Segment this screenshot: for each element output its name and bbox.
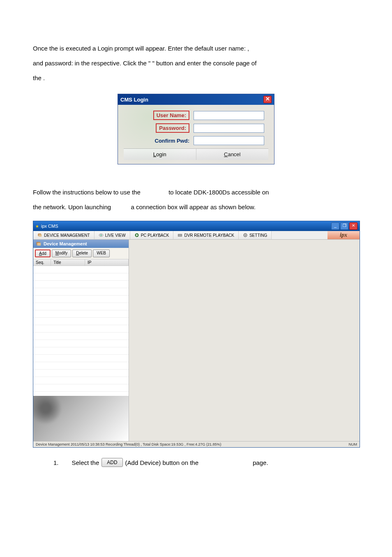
minimize-icon[interactable]: _ xyxy=(331,222,339,230)
text: Once the xyxy=(33,45,60,52)
text: to locate DDK-1800Ds accessible on xyxy=(168,189,269,196)
tab-label: DEVICE MANAGEMENT xyxy=(44,233,90,238)
cms-titlebar: ★ ipx CMS _ ❐ ✕ xyxy=(33,221,360,231)
tab-pc-playback[interactable]: PC PLAYBACK xyxy=(130,231,174,239)
tab-label: SETTING xyxy=(249,233,267,238)
device-icon xyxy=(36,241,42,247)
text: the network. Upon launching xyxy=(33,203,113,210)
text: in the respective. Click the " xyxy=(75,60,152,67)
user-name-input[interactable] xyxy=(194,111,264,120)
user-name-label: User Name: xyxy=(153,111,189,120)
decor-image xyxy=(33,396,129,441)
text: page. xyxy=(253,459,268,466)
tab-dvr-remote-playback[interactable]: DVR REMOTE PLAYBACK xyxy=(173,231,239,239)
svg-rect-1 xyxy=(39,234,42,237)
logo: ipx xyxy=(327,231,360,239)
modify-button[interactable]: Modify xyxy=(52,250,71,257)
text: (Add Device) button on the xyxy=(125,459,198,466)
star-icon: ★ xyxy=(35,224,39,229)
svg-point-8 xyxy=(244,235,246,236)
status-text: Device Management 2011/05/13 10:38:53 Re… xyxy=(36,442,221,446)
text: a connection box will appear as shown be… xyxy=(131,203,256,210)
delete-button[interactable]: Delete xyxy=(72,250,92,257)
status-num: NUM xyxy=(349,442,357,446)
tab-label: DVR REMOTE PLAYBACK xyxy=(184,233,234,238)
eye-icon xyxy=(99,233,104,238)
dm-header-label: Device Management xyxy=(44,241,87,246)
confirm-pwd-label: Confirm Pwd: xyxy=(124,138,194,144)
confirm-pwd-input[interactable] xyxy=(194,136,264,145)
tab-device-management[interactable]: DEVICE MANAGEMENT xyxy=(33,231,95,239)
close-icon[interactable]: ✕ xyxy=(349,222,357,230)
text: Follow the instructions below to use the xyxy=(33,189,142,196)
cms-tabbar: DEVICE MANAGEMENT LIVE VIEW PC PLAYBACK … xyxy=(33,231,360,240)
device-management-header: Device Management xyxy=(33,240,129,248)
device-toolbar: Add Modify Delete WEB xyxy=(33,248,129,259)
login-dialog: CMS Login ✕ User Name: Password: Confirm… xyxy=(118,94,274,164)
step-number: 1. xyxy=(53,459,59,466)
login-button[interactable]: Login xyxy=(124,149,196,160)
web-button[interactable]: WEB xyxy=(93,250,110,257)
text: Select the xyxy=(72,459,99,466)
cms-window: ★ ipx CMS _ ❐ ✕ DEVICE MANAGEMENT LIVE V… xyxy=(33,221,360,448)
close-icon[interactable]: ✕ xyxy=(263,96,272,103)
maximize-icon[interactable]: ❐ xyxy=(340,222,348,230)
status-bar: Device Management 2011/05/13 10:38:53 Re… xyxy=(33,441,360,447)
col-seq: Seq. xyxy=(33,259,51,266)
tab-live-view[interactable]: LIVE VIEW xyxy=(95,231,130,239)
text: , xyxy=(247,45,249,52)
text: . xyxy=(43,74,45,81)
svg-rect-10 xyxy=(37,243,41,245)
add-button[interactable]: Add xyxy=(35,250,51,257)
cancel-button[interactable]: Cancel xyxy=(196,149,269,160)
tab-label: PC PLAYBACK xyxy=(141,233,169,238)
tab-label: LIVE VIEW xyxy=(105,233,126,238)
password-label: Password: xyxy=(156,123,189,133)
login-title: CMS Login xyxy=(120,97,148,103)
playback-icon xyxy=(134,233,139,238)
tab-setting[interactable]: SETTING xyxy=(239,231,272,239)
login-titlebar: CMS Login ✕ xyxy=(118,94,274,105)
svg-rect-6 xyxy=(178,234,182,236)
col-ip: IP xyxy=(85,259,129,266)
device-icon xyxy=(37,233,42,238)
text: the xyxy=(33,74,43,81)
password-input[interactable] xyxy=(194,124,264,133)
cms-main-area xyxy=(129,240,360,441)
text: and password: xyxy=(33,60,75,67)
cms-title: ipx CMS xyxy=(41,224,58,229)
dvr-icon xyxy=(178,233,182,238)
text: is executed a Login prompt will appear. … xyxy=(60,45,247,52)
device-table-header: Seq. Title IP xyxy=(33,259,129,266)
add-button-inline[interactable]: ADD xyxy=(101,458,122,467)
col-title: Title xyxy=(51,259,85,266)
device-table-body xyxy=(33,266,129,396)
text: " button and enter the console page of xyxy=(152,60,256,67)
svg-point-3 xyxy=(100,235,101,236)
gear-icon xyxy=(243,233,248,238)
device-management-sidebar: Device Management Add Modify Delete WEB … xyxy=(33,240,129,441)
